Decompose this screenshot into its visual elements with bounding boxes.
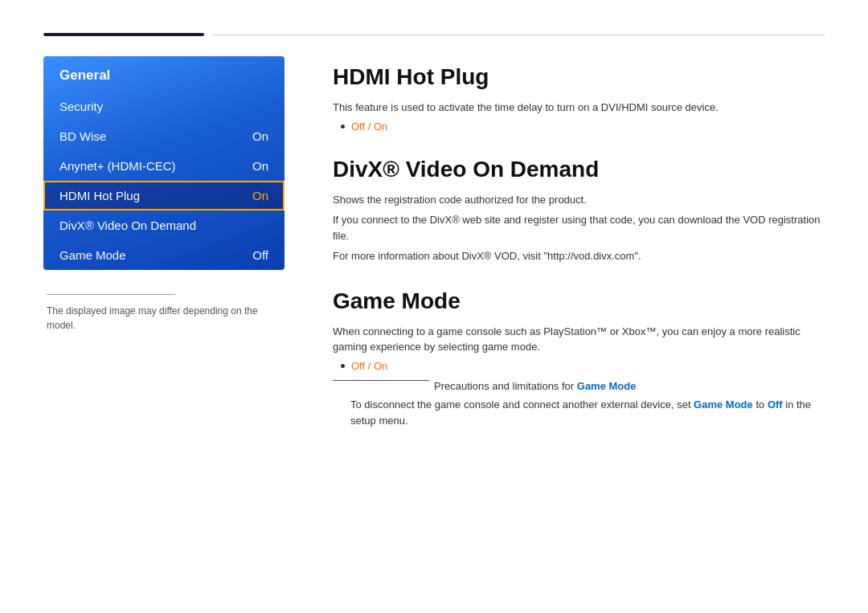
precaution-divider (333, 380, 429, 381)
sidebar-item-security[interactable]: Security (43, 92, 285, 121)
game-bullet-text: Off / On (351, 360, 387, 372)
indent-text: To disconnect the game console and conne… (350, 397, 825, 428)
hdmi-off-on: Off / On (351, 121, 387, 133)
sidebar-header: General (43, 56, 285, 92)
divx-desc1: Shows the registration code authorized f… (333, 192, 825, 208)
divx-section-title: DivX® Video On Demand (333, 157, 825, 182)
section-game-mode: Game Mode When connecting to a game cons… (333, 288, 825, 429)
sidebar-note: The displayed image may differ depending… (43, 294, 285, 332)
hdmi-bullet-dot (341, 125, 345, 129)
top-bar-accent (43, 33, 204, 36)
game-bullet: Off / On (341, 360, 825, 372)
indent-before: To disconnect the game console and conne… (350, 398, 694, 411)
precaution-block: Precautions and limitations for Game Mod… (333, 378, 825, 394)
sidebar-item-game-label: Game Mode (59, 248, 126, 262)
hdmi-section-title: HDMI Hot Plug (333, 64, 825, 90)
sidebar-item-divx[interactable]: DivX® Video On Demand (43, 210, 285, 240)
sidebar-item-game-mode[interactable]: Game Mode Off (43, 240, 285, 270)
sidebar-item-divx-label: DivX® Video On Demand (59, 219, 196, 232)
hdmi-bullet-text: Off / On (351, 121, 387, 133)
section-hdmi-hot-plug: HDMI Hot Plug This feature is used to ac… (333, 64, 825, 133)
sidebar-item-security-label: Security (59, 100, 103, 113)
main-layout: General Security BD Wise On Anynet+ (HDM… (43, 56, 825, 581)
sidebar-item-anynet[interactable]: Anynet+ (HDMI-CEC) On (43, 151, 285, 181)
game-off-on: Off / On (351, 360, 387, 372)
indent-off: Off (768, 398, 783, 411)
divx-desc2: If you connect to the DivX® web site and… (333, 212, 825, 243)
hdmi-section-desc: This feature is used to activate the tim… (333, 100, 825, 116)
game-desc: When connecting to a game console such a… (333, 324, 825, 355)
section-divx: DivX® Video On Demand Shows the registra… (333, 157, 825, 264)
sidebar-item-game-value: Off (252, 248, 268, 262)
indent-middle: to (753, 398, 768, 411)
sidebar-item-hdmi-label: HDMI Hot Plug (59, 189, 140, 202)
hdmi-bullet: Off / On (341, 121, 825, 133)
sidebar-item-anynet-value: On (252, 159, 268, 173)
sidebar-item-bdwise[interactable]: BD Wise On (43, 121, 285, 151)
sidebar-item-hdmi-hot-plug[interactable]: HDMI Hot Plug On (43, 181, 285, 210)
sidebar-item-anynet-label: Anynet+ (HDMI-CEC) (59, 159, 176, 173)
top-bar-line (212, 35, 825, 35)
precaution-label: Precautions and limitations for (434, 380, 577, 392)
precaution-dash-wrapper (333, 378, 429, 384)
sidebar-note-divider (47, 294, 175, 295)
sidebar-menu: General Security BD Wise On Anynet+ (HDM… (43, 56, 285, 270)
sidebar-item-bdwise-label: BD Wise (59, 129, 106, 143)
sidebar-item-bdwise-value: On (252, 129, 268, 143)
divx-desc3: For more information about DivX® VOD, vi… (333, 248, 825, 264)
sidebar-note-text: The displayed image may differ depending… (47, 305, 258, 331)
top-bar (43, 34, 825, 35)
indent-game-mode: Game Mode (694, 398, 753, 411)
game-section-title: Game Mode (333, 288, 825, 314)
sidebar-item-hdmi-value: On (252, 189, 268, 202)
game-bullet-dot (341, 364, 345, 368)
content-area: HDMI Hot Plug This feature is used to ac… (333, 56, 825, 581)
precaution-text: Precautions and limitations for Game Mod… (434, 378, 636, 394)
sidebar: General Security BD Wise On Anynet+ (HDM… (43, 56, 285, 581)
precaution-game-mode: Game Mode (577, 380, 637, 392)
